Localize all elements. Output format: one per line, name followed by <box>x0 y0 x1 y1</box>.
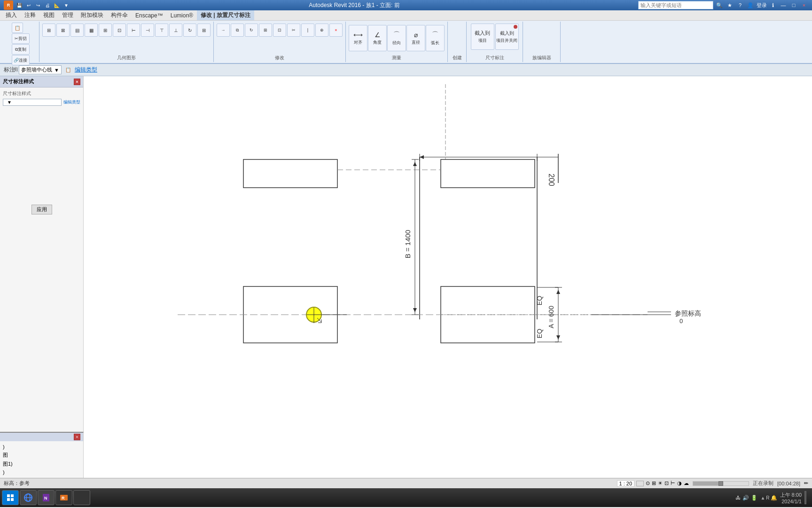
context-label2[interactable]: 编辑类型 <box>75 66 97 74</box>
menu-lumion[interactable]: Lumion® <box>167 11 197 20</box>
search-btn[interactable]: 🔍 <box>715 1 724 9</box>
main-svg: 200 B = 1400 <box>84 76 812 478</box>
ribbon-btn-join[interactable]: ⊞ <box>42 24 55 37</box>
menu-annotate[interactable]: 注释 <box>21 10 39 20</box>
ribbon-group-clipboard: 📋 ✂剪切 ⧉复制 🔗连接 剪贴板 <box>2 22 39 62</box>
close-btn[interactable]: × <box>800 1 808 9</box>
ribbon-btn-wall[interactable]: ▤ <box>70 24 84 37</box>
taskbar-time-display: 上午 8:00 2024/1/1 <box>780 492 802 504</box>
ribbon-btn-rotate2[interactable]: ↻ <box>245 24 258 37</box>
svg-text:参照标高: 参照标高 <box>675 310 701 317</box>
left-panel2-close[interactable]: × <box>74 434 80 440</box>
ribbon-btn-mirror[interactable]: ⊥ <box>169 24 182 37</box>
qat-options[interactable]: ▼ <box>62 1 70 9</box>
star-btn[interactable]: ★ <box>726 1 734 9</box>
ribbon-btn-offset[interactable]: ⊤ <box>155 24 168 37</box>
ribbon-btn-cut[interactable]: ✂剪切 <box>12 33 30 44</box>
edit-type-btn[interactable]: 编辑类型 <box>63 99 80 105</box>
minimize-btn[interactable]: — <box>779 1 788 9</box>
qat-measure[interactable]: 📐 <box>53 1 61 9</box>
ribbon-btn-offset2[interactable]: ⊕ <box>315 24 328 37</box>
ribbon-btn-clip-out[interactable]: 截入到 项目并关闭 <box>495 24 519 50</box>
menu-addins[interactable]: 附加模块 <box>77 10 107 20</box>
qat-undo[interactable]: ↩ <box>24 1 33 9</box>
info-btn[interactable]: ℹ <box>769 1 777 9</box>
show-desktop[interactable] <box>804 491 806 504</box>
ribbon-btn-delete[interactable]: × <box>329 24 343 37</box>
ribbon-btn-copy[interactable]: ⧉复制 <box>12 44 30 55</box>
canvas[interactable]: 200 B = 1400 <box>84 76 812 478</box>
status-edit-icon: ✏ <box>804 480 808 486</box>
menu-modify[interactable]: 修改 | 放置尺寸标注 <box>197 10 254 20</box>
menu-view[interactable]: 视图 <box>39 10 58 20</box>
ribbon-btn-trim[interactable]: ✂ <box>287 24 300 37</box>
ribbon-btn-align[interactable]: ⊢ <box>127 24 140 37</box>
apply-btn[interactable]: 应用 <box>31 205 52 214</box>
svg-text:A = 600: A = 600 <box>547 306 555 328</box>
ribbon-btn-move[interactable]: → <box>217 24 230 37</box>
dim-label: 尺寸标注 <box>469 55 520 61</box>
menu-insert[interactable]: 插入 <box>2 10 21 20</box>
svg-text:N: N <box>44 496 47 500</box>
left-panel-title: 尺寸标注样式 <box>3 78 34 85</box>
taskbar-ie[interactable] <box>20 490 37 505</box>
dim-style-label: 尺寸标注样式 <box>3 90 31 97</box>
svg-rect-3 <box>441 159 535 188</box>
taskbar-revit[interactable]: R <box>55 490 72 505</box>
taskbar-right: 🖧 🔊 🔋 ▲ R 🔔 上午 8:00 2024/1/1 <box>735 491 810 504</box>
ribbon-content: 📋 ✂剪切 ⧉复制 🔗连接 剪贴板 ⊞ ⊠ <box>0 21 812 63</box>
status-crop: ⊡ <box>664 480 669 486</box>
ribbon-btn-split2[interactable]: | <box>301 24 314 37</box>
ribbon-btn-array[interactable]: ⊞ <box>197 24 211 37</box>
dim-style-select[interactable]: ▼ <box>3 99 62 106</box>
left-panel2: × ) 图 图1) ) <box>0 432 84 478</box>
ribbon-btn-rotate[interactable]: ↻ <box>183 24 196 37</box>
ribbon-btn-scale[interactable]: ⊡ <box>273 24 286 37</box>
ribbon-btn-diameter-dim[interactable]: ⌀ 直径 <box>406 25 425 51</box>
ribbon-group-family: 族编辑器 <box>523 22 561 62</box>
context-ref-dropdown: ▼ <box>54 67 59 73</box>
ribbon-btn-clip-in[interactable]: 截入到 项目 <box>471 24 494 50</box>
taskbar-record[interactable] <box>73 490 90 505</box>
ribbon: 📋 ✂剪切 ⧉复制 🔗连接 剪贴板 ⊞ ⊠ <box>0 21 812 64</box>
ribbon-btn-align-dim[interactable]: ⟷ 对齐 <box>349 25 367 51</box>
ribbon-group-dim: 截入到 项目 截入到 项目并关闭 尺寸标注 <box>467 22 523 62</box>
ribbon-btn-connect[interactable]: 🔗连接 <box>12 55 30 65</box>
start-btn[interactable] <box>2 490 19 505</box>
ribbon-btn-copy2[interactable]: ⧉ <box>231 24 244 37</box>
menu-manage[interactable]: 管理 <box>58 10 77 20</box>
ribbon-btn-cut-geo[interactable]: ⊠ <box>56 24 70 37</box>
ribbon-btn-arc-dim[interactable]: ⌒ 弧长 <box>426 25 445 51</box>
ribbon-btn-r1[interactable]: ⊞ <box>99 24 112 37</box>
qat-save[interactable]: 💾 <box>15 1 23 9</box>
restore-btn[interactable]: □ <box>789 1 798 9</box>
ribbon-btn-angle-dim[interactable]: ∠ 角度 <box>368 25 387 51</box>
ribbon-btn-mirror2[interactable]: ⊞ <box>259 24 272 37</box>
edit-type-icon: 📋 <box>65 67 71 72</box>
ribbon-group-geometry: ⊞ ⊠ ▤ ▦ ⊞ ⊡ ⊢ ⊣ ⊤ ⊥ ↻ ⊞ 几何图形 <box>39 22 214 62</box>
ribbon-btn-r2[interactable]: ⊡ <box>113 24 126 37</box>
app-icon: R <box>4 0 13 10</box>
context-ref-select[interactable]: 参照墙中心线 ▼ <box>19 65 62 74</box>
ribbon-group-measure: ⟷ 对齐 ∠ 角度 ⌒ 径向 ⌀ 直径 ⌒ 弧长 <box>346 22 448 62</box>
qat-redo[interactable]: ↪ <box>34 1 42 9</box>
zoom-handle[interactable] <box>718 481 723 486</box>
search-input[interactable] <box>638 1 713 9</box>
panel2-item-0: ) <box>3 443 80 451</box>
ribbon-btn-floor[interactable]: ▦ <box>85 24 98 37</box>
login-label: 登录 <box>757 2 767 9</box>
ribbon-btn-paste[interactable]: 📋 <box>12 23 23 33</box>
svg-text:B = 1400: B = 1400 <box>404 230 412 258</box>
taskbar-onenote[interactable]: N <box>38 490 55 505</box>
menu-enscape[interactable]: Enscape™ <box>132 11 167 20</box>
ribbon-btn-split[interactable]: ⊣ <box>141 24 154 37</box>
left-panel-close[interactable]: × <box>74 79 80 85</box>
user-btn[interactable]: 👤 <box>746 1 755 9</box>
ribbon-btn-radial-dim[interactable]: ⌒ 径向 <box>387 25 406 51</box>
qat-print[interactable]: 🖨 <box>43 1 52 9</box>
taskbar-icons-sys: 🖧 🔊 🔋 <box>735 495 757 501</box>
left-panel-content: 尺寸标注样式 ▼ 编辑类型 应用 <box>0 87 83 432</box>
status-snap: ⊙ <box>646 480 650 486</box>
menu-component[interactable]: 构件伞 <box>107 10 132 20</box>
help-btn[interactable]: ? <box>736 1 744 9</box>
